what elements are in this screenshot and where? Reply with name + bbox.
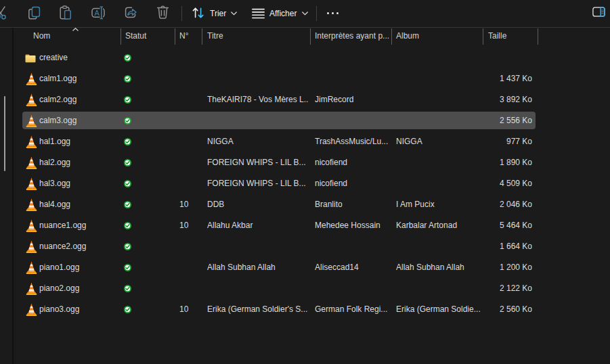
svg-text:A: A — [95, 9, 100, 17]
